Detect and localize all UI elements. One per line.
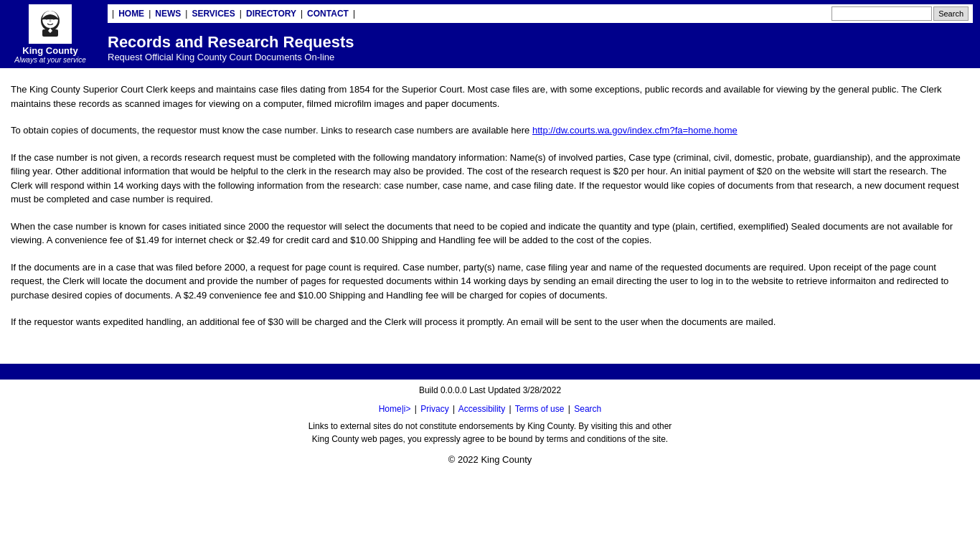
footer-privacy-link[interactable]: Privacy — [420, 404, 448, 414]
nav-sep-5: | — [353, 9, 355, 19]
page-subtitle: Request Official King County Court Docum… — [108, 52, 973, 62]
footer-links: Home|i> | Privacy | Accessibility | Term… — [0, 400, 980, 417]
header-search-input[interactable] — [831, 6, 932, 21]
build-info: Build 0.0.0.0 Last Updated 3/28/2022 — [0, 380, 980, 400]
footer-disclaimer: Links to external sites do not constitut… — [0, 417, 980, 447]
content-para-2-text: To obtain copies of documents, the reque… — [11, 125, 532, 136]
footer-disclaimer-text: Links to external sites do not constitut… — [308, 421, 672, 444]
footer-sep-4: | — [568, 404, 570, 414]
content-para-2: To obtain copies of documents, the reque… — [11, 123, 969, 138]
site-header: King County Always at your service | HOM… — [0, 0, 980, 68]
header-search-button[interactable]: Search — [933, 6, 969, 21]
nav-bar: | HOME | NEWS | SERVICES | DIRECTORY | C… — [108, 4, 973, 23]
content-para-6: If the requestor wants expedited handlin… — [11, 315, 969, 329]
header-right: | HOME | NEWS | SERVICES | DIRECTORY | C… — [108, 4, 973, 64]
page-title: Records and Research Requests — [108, 33, 973, 52]
king-county-logo-svg — [32, 8, 68, 40]
svg-point-5 — [50, 19, 52, 22]
copyright: © 2022 King County — [0, 447, 980, 475]
footer-sep-2: | — [453, 404, 455, 414]
footer-search-link[interactable]: Search — [574, 404, 601, 414]
org-name: King County — [22, 45, 77, 56]
footer-sep-3: | — [509, 404, 512, 414]
nav-services[interactable]: SERVICES — [187, 9, 239, 19]
nav-contact[interactable]: CONTACT — [303, 9, 353, 19]
nav-home[interactable]: HOME — [114, 9, 149, 19]
org-tagline: Always at your service — [14, 56, 85, 64]
content-para-4: When the case number is known for cases … — [11, 220, 969, 248]
content-para-1: The King County Superior Court Clerk kee… — [11, 83, 969, 110]
footer-terms-link[interactable]: Terms of use — [515, 404, 565, 414]
courts-link[interactable]: http://dw.courts.wa.gov/index.cfm?fa=hom… — [532, 125, 738, 136]
main-content: The King County Superior Court Clerk kee… — [0, 68, 980, 349]
footer-home-link[interactable]: Home|i> — [379, 404, 411, 414]
nav-directory[interactable]: DIRECTORY — [242, 9, 301, 19]
header-search-wrap: Search — [831, 6, 969, 21]
content-para-3: If the case number is not given, a recor… — [11, 151, 969, 207]
footer-accessibility-link[interactable]: Accessibility — [458, 404, 505, 414]
footer-bar — [0, 364, 980, 380]
logo-box — [29, 4, 72, 44]
page-title-area: Records and Research Requests Request Of… — [108, 30, 973, 64]
logo-area: King County Always at your service — [7, 4, 93, 64]
footer-sep-1: | — [415, 404, 417, 414]
nav-news[interactable]: NEWS — [151, 9, 185, 19]
content-para-5: If the documents are in a case that was … — [11, 260, 969, 303]
